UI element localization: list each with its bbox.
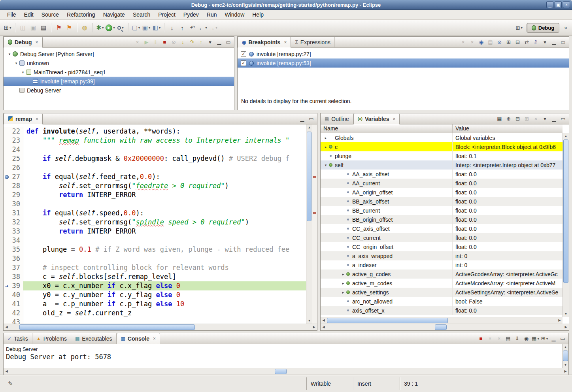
code-line-26[interactable]: 26 <box>4 163 306 172</box>
tree-expander-icon[interactable]: ▾ <box>7 52 12 56</box>
tab-console[interactable]: ▥Console× <box>117 333 160 344</box>
tab-tasks[interactable]: ✓Tasks <box>4 333 32 344</box>
variables-horizontal-scrollbar[interactable]: ◀ ▶ <box>321 317 563 324</box>
variable-row[interactable]: plungefloat: 0.1 <box>321 151 563 160</box>
variable-row[interactable]: BB_axis_offsetfloat: 0.0 <box>321 197 563 206</box>
code-line-24[interactable]: 24 <box>4 145 306 154</box>
variable-row[interactable]: ▾selfInterp: <interpreter.Interp object … <box>321 160 563 170</box>
maximize-view-button[interactable]: ▭ <box>224 38 232 46</box>
expand-all-button[interactable]: ⊞ <box>504 38 513 46</box>
variable-row[interactable]: arc_not_allowedbool: False <box>321 297 563 306</box>
collapse-all-button[interactable]: ⊟ <box>513 38 522 46</box>
new-wizard-button[interactable]: ⊞▾ <box>3 23 12 32</box>
variable-expander-icon[interactable]: ▸ <box>323 136 328 140</box>
console-content[interactable]: Debug Server Debug Server at port: 5678 <box>4 344 562 368</box>
step-return-button[interactable]: ↑ <box>197 38 205 46</box>
variable-row[interactable]: CC_origin_offsetfloat: 0.0 <box>321 242 563 251</box>
variable-row[interactable]: ▸GlobalsGlobal variables <box>321 133 563 142</box>
overview-annotation-mark[interactable] <box>313 212 316 214</box>
column-name[interactable]: Name <box>321 124 453 133</box>
previous-annotation-button[interactable]: ↑ <box>177 23 187 32</box>
step-into-button[interactable]: ↓ <box>179 38 187 46</box>
variable-row[interactable]: AA_origin_offsetfloat: 0.0 <box>321 188 563 197</box>
debug-perspective-button[interactable]: Debug <box>527 23 559 33</box>
code-line-28[interactable]: 28 self.set_errormsg("feedrate > 0 requi… <box>4 181 306 190</box>
scroll-left-icon[interactable]: ◀ <box>4 324 9 330</box>
scroll-down-icon[interactable]: ▼ <box>306 318 312 324</box>
maximize-view-button[interactable]: ▭ <box>559 334 567 343</box>
tab-close-icon[interactable]: × <box>36 40 38 45</box>
code-line-36[interactable]: 36 <box>4 254 306 263</box>
minimize-view-button[interactable]: ▁ <box>298 115 306 123</box>
menu-window[interactable]: Window <box>221 10 248 19</box>
menu-search[interactable]: Search <box>129 10 154 19</box>
editor-horizontal-scrollbar[interactable]: ◀ ▶ <box>4 324 317 330</box>
menu-navigate[interactable]: Navigate <box>99 10 129 19</box>
variable-row[interactable]: BB_origin_offsetfloat: 0.0 <box>321 215 563 224</box>
breakpoint-checkbox[interactable]: ✓ <box>241 60 246 66</box>
tab-close-icon[interactable]: × <box>36 116 38 122</box>
variable-row[interactable]: CC_axis_offsetfloat: 0.0 <box>321 224 563 233</box>
tab-close-icon[interactable]: × <box>393 116 395 122</box>
code-line-38[interactable]: 38 c = self.blocks[self.remap_level] <box>4 272 306 281</box>
code-line-34[interactable]: 34 <box>4 236 306 245</box>
new-task-button[interactable]: ⚑ <box>54 23 64 32</box>
open-element-button[interactable]: ◧▾ <box>152 23 161 32</box>
terminate-button[interactable]: ■ <box>160 38 169 46</box>
variables-outer-scrollbar[interactable]: ◀ ▶ <box>321 324 569 330</box>
scroll-down-icon[interactable]: ▼ <box>563 311 569 317</box>
variable-expander-icon[interactable]: ▸ <box>340 272 346 276</box>
variable-row[interactable]: CC_currentfloat: 0.0 <box>321 233 563 242</box>
titlebar[interactable]: Debug - emc2-tc/configs/sim/remap/gettin… <box>0 0 572 10</box>
menu-file[interactable]: File <box>3 10 20 19</box>
minimize-view-button[interactable]: ▁ <box>550 115 558 123</box>
display-selected-console-button[interactable]: ▦▾ <box>531 334 540 343</box>
console-vertical-scrollbar[interactable]: ▲ ▼ <box>562 344 568 368</box>
breakpoint-marker-icon[interactable] <box>4 172 10 181</box>
variable-expander-icon[interactable]: ▾ <box>323 163 328 167</box>
new-pydev-package-button[interactable]: ▣▾ <box>142 23 151 32</box>
scroll-left-icon[interactable]: ◀ <box>321 317 327 323</box>
debug-tree-row[interactable]: involute [remap.py:39] <box>4 77 234 86</box>
pin-console-button[interactable]: ◉ <box>522 334 530 343</box>
menu-edit[interactable]: Edit <box>20 10 38 19</box>
variable-row[interactable]: ▸active_g_codesActiveGcodesArray: <inter… <box>321 270 563 279</box>
code-line-37[interactable]: 37 # inspect controlling block for relev… <box>4 263 306 272</box>
variable-row[interactable]: ▸active_m_codesActiveMcodesArray: <inter… <box>321 279 563 288</box>
code-line-30[interactable]: 30 <box>4 200 306 209</box>
code-line-39[interactable]: →39 x0 = c.x_number if c.x_flag else 0 <box>4 281 306 290</box>
breakpoint-row[interactable]: ✓involute [remap.py:53] <box>238 58 569 68</box>
menu-source[interactable]: Source <box>38 10 63 19</box>
console-horizontal-scrollbar[interactable]: ◀ ▶ <box>4 368 568 375</box>
tree-expander-icon[interactable]: ▾ <box>20 70 26 74</box>
debug-launch-button[interactable]: ✱▾ <box>95 23 105 32</box>
tab-executables[interactable]: ▦Executables <box>71 333 117 344</box>
skip-all-breakpoints-button[interactable]: ⊘ <box>495 38 504 46</box>
scroll-up-icon[interactable]: ▲ <box>306 124 312 130</box>
variable-row[interactable]: ▸active_settingsActiveSettingsArray: <in… <box>321 288 563 297</box>
breakpoint-checkbox[interactable]: ✓ <box>241 51 246 57</box>
minimize-view-button[interactable]: ▁ <box>215 38 223 46</box>
maximize-view-button[interactable]: ▭ <box>559 38 567 46</box>
collapse-all-button[interactable]: ⊟ <box>513 115 522 123</box>
view-menu-button[interactable]: ▾ <box>206 38 214 46</box>
scroll-up-icon[interactable]: ▲ <box>563 133 569 139</box>
view-menu-button[interactable]: ▾ <box>541 115 549 123</box>
minimize-button[interactable]: ▁ <box>546 1 553 8</box>
scroll-right-icon[interactable]: ▶ <box>557 317 563 323</box>
code-area[interactable]: 22def involute(self, userdata, **words):… <box>4 124 306 324</box>
debug-tree-row[interactable]: Debug Server <box>4 86 234 95</box>
show-logical-structures-button[interactable]: ⊕ <box>504 115 513 123</box>
scroll-lock-button[interactable]: ⇓ <box>513 334 521 343</box>
close-button[interactable]: × <box>563 1 570 8</box>
tab-expressions[interactable]: Σ Expressions <box>291 37 335 47</box>
editor-overview-ruler[interactable] <box>312 124 317 324</box>
console-hscroll-thumb[interactable] <box>275 369 287 374</box>
tab-debug[interactable]: Debug × <box>4 37 43 48</box>
arrow-marker-icon[interactable]: → <box>4 281 10 290</box>
editor-vscroll-thumb[interactable] <box>307 132 311 221</box>
link-with-debug-view-button[interactable]: ⇄ <box>523 38 531 46</box>
menu-project[interactable]: Project <box>154 10 179 19</box>
code-line-27[interactable]: 27 if equal(self.feed_rate,0.0): <box>4 172 306 181</box>
scroll-right-icon[interactable]: ▶ <box>311 324 317 330</box>
